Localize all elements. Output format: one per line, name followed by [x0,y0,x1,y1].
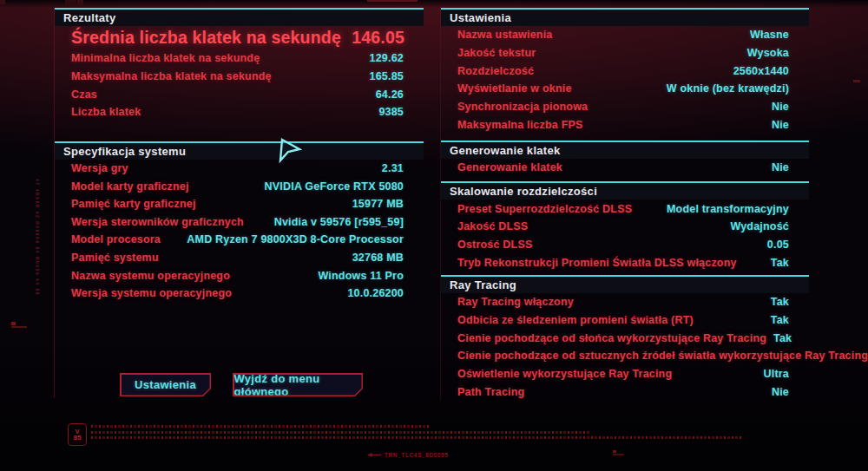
section-title: Generowanie klatek [450,144,561,157]
stat-row: Wersja gry2.31 [55,160,424,178]
exit-to-main-menu-button[interactable]: Wyjdź do menu głównego [233,373,363,396]
row-value: Ultra [757,368,789,380]
section-title: Ray Tracing [450,278,516,291]
settings-rows: Nazwa ustawieniaWłasneJakość teksturWyso… [441,26,809,134]
glitch-mark [65,0,76,5]
row-label: Wyświetlanie w oknie [457,82,572,95]
exit-button-label: Wyjdź do menu głównego [234,372,362,398]
stat-row: Oświetlenie wykorzystujące Ray TracingUl… [441,365,809,383]
settings-button-label: Ustawienia [135,378,196,391]
row-value: 2560x1440 [727,65,789,77]
stat-row: Wyświetlanie w oknieW oknie (bez krawędz… [441,80,809,98]
stat-row: Preset Superrozdzielczość DLSSModel tran… [441,200,809,218]
row-label: Nazwa systemu operacyjnego [71,270,230,282]
stat-row: Jakość DLSSWydajność [441,218,809,236]
row-label: Wersja systemu operacyjnego [71,287,232,299]
row-value: 2.31 [375,162,404,174]
glitch-mark [77,0,83,5]
stat-row: Generowanie klatekNie [441,159,809,177]
section-title: Specyfikacja systemu [63,145,186,158]
results-rows: Minimalna liczba klatek na sekundę129.62… [55,49,424,121]
version-badge: V 85 [68,423,87,446]
row-label: Ostrość DLSS [457,239,532,251]
vertical-glitch-text: 4T 4B99R 02 R09909 04 R0099 44 08 [35,179,40,300]
row-label: Liczba klatek [71,106,141,118]
glitch-mark [0,0,5,4]
stat-row: Odbicia ze śledzeniem promieni światła (… [441,311,809,330]
system-spec-rows: Wersja gry2.31Model karty graficznejNVID… [55,160,424,303]
stat-row: Cienie pochodzące od słońca wykorzystują… [441,329,809,347]
stat-row: Cienie pochodzące od sztucznych źródeł ś… [441,347,809,365]
section-header-resolution-scaling: Skalowanie rozdzielczości [441,181,809,200]
row-value: W oknie (bez krawędzi) [660,82,789,95]
stat-row: Nazwa systemu operacyjnegoWindows 11 Pro [55,266,424,285]
results-panel: Rezultaty Średnia liczba klatek na sekun… [54,8,424,398]
row-label: Średnia liczba klatek na sekundę [71,28,341,48]
row-value: 129.62 [363,52,404,64]
stat-row: Path TracingNie [441,383,809,401]
row-value: 165.85 [363,70,404,82]
row-value: Wydajność [723,220,789,232]
glitch-mark [367,0,418,2]
fine-print-line [91,431,590,434]
row-label: Cienie pochodzące od sztucznych źródeł ś… [457,350,868,362]
stat-row: Pamięć karty graficznej15977 MB [55,195,424,213]
stat-row: Wersja sterowników graficznychNvidia v 5… [55,213,424,231]
stat-row: Ostrość DLSS0.05 [441,236,809,254]
row-label: Path Tracing [457,386,524,398]
row-label: Model procesora [71,233,161,245]
row-value: 64.26 [369,88,404,101]
row-label: Czas [71,88,97,101]
row-value: 32768 MB [345,252,404,264]
row-value: Nie [765,101,789,113]
row-label: Oświetlenie wykorzystujące Ray Tracing [457,368,672,380]
row-value: Tak [764,314,789,326]
section-title: Ustawienia [450,11,511,24]
row-label: Tryb Rekonstrukcji Promieni Światła DLSS… [457,257,737,269]
ray-tracing-rows: Ray Tracing włączonyTakOdbicia ze śledze… [441,293,809,401]
stat-row: Ray Tracing włączonyTak [441,293,809,311]
stat-row: Synchronizacja pionowaNie [441,98,809,116]
row-label: Pamięć karty graficznej [71,198,196,210]
section-header-frame-generation: Generowanie klatek [441,141,809,159]
row-value: AMD Ryzen 7 9800X3D 8-Core Processor [180,233,404,245]
row-label: Wersja gry [71,162,128,174]
stat-row: Wersja systemu operacyjnego10.0.26200 [55,285,424,303]
benchmark-results-screen: 4T 4B99R 02 R09909 04 R0099 44 08 Rezult… [0,0,868,471]
row-value: 15977 MB [345,198,404,210]
stat-row: Jakość teksturWysoka [441,44,809,62]
build-code: TRN_TLC4S_8D0095 [367,452,449,458]
glitch-mark [853,80,860,82]
settings-panel: Ustawienia Nazwa ustawieniaWłasneJakość … [440,8,809,401]
frame-generation-rows: Generowanie klatekNie [441,159,809,177]
row-label: Nazwa ustawienia [457,29,553,41]
row-label: Wersja sterowników graficznych [71,216,244,228]
stat-row: Rozdzielczość2560x1440 [441,62,809,80]
row-label: Synchronizacja pionowa [457,101,588,113]
row-label: Ray Tracing włączony [457,296,574,308]
row-label: Preset Superrozdzielczość DLSS [457,203,632,215]
row-label: Jakość DLSS [457,220,528,232]
row-label: Jakość tekstur [457,47,536,59]
row-value: Tak [764,257,789,269]
row-value: Windows 11 Pro [311,270,404,282]
section-header-ray-tracing: Ray Tracing [441,275,809,293]
row-value: Nie [765,119,789,131]
settings-button[interactable]: Ustawienia [120,373,211,396]
average-fps-row: Średnia liczba klatek na sekundę 146.05 [55,26,424,49]
stat-row: Maksymalna liczba klatek na sekundę165.8… [55,68,424,86]
row-value: NVIDIA GeForce RTX 5080 [258,180,404,193]
row-value: 10.0.26200 [340,287,404,299]
row-label: Generowanie klatek [457,161,562,173]
row-label: Cienie pochodzące od słońca wykorzystują… [457,332,766,344]
arrow-left-icon [367,453,381,457]
row-label: Rozdzielczość [457,65,534,77]
row-value: 146.05 [352,28,404,48]
section-title: Rezultaty [63,11,116,24]
row-value: 0.05 [760,239,789,251]
section-title: Skalowanie rozdzielczości [450,185,597,198]
row-value: Wysoka [740,47,789,59]
row-value: Nie [765,161,789,173]
row-label: Pamięć systemu [71,252,159,264]
fine-print-line [91,436,742,439]
